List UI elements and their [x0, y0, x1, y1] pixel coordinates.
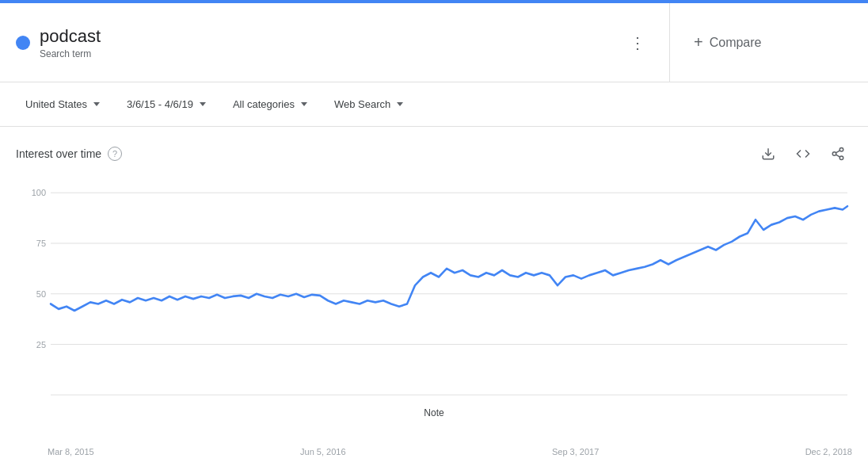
svg-line-5: [836, 151, 839, 153]
search-term-section: podcast Search term ⋮: [0, 3, 670, 82]
chart-actions: [754, 139, 852, 168]
compare-section[interactable]: + Compare: [670, 3, 868, 82]
x-axis-labels: Mar 8, 2015 Jun 5, 2016 Sep 3, 2017 Dec …: [16, 447, 852, 456]
chart-container: 100 75 50 25 Note: [16, 176, 852, 445]
chart-title: Interest over time: [16, 147, 101, 160]
x-label-2: Jun 5, 2016: [300, 447, 346, 456]
svg-point-2: [832, 152, 836, 156]
svg-point-3: [839, 156, 843, 160]
svg-point-1: [839, 148, 843, 152]
compare-label: Compare: [710, 36, 762, 50]
chart-section: Interest over time ?: [0, 127, 868, 464]
svg-text:50: 50: [36, 289, 46, 299]
search-term-text: podcast Search term: [40, 26, 612, 59]
search-type-filter[interactable]: Web Search: [325, 94, 413, 115]
help-icon[interactable]: ?: [108, 147, 122, 161]
x-label-1: Mar 8, 2015: [48, 447, 94, 456]
search-term-label: Search term: [40, 48, 612, 59]
search-term-name: podcast: [40, 26, 612, 47]
svg-text:100: 100: [32, 188, 46, 197]
chart-header: Interest over time ?: [16, 139, 852, 168]
svg-text:25: 25: [36, 339, 46, 349]
x-label-3: Sep 3, 2017: [552, 447, 599, 456]
categories-chevron-icon: [301, 102, 307, 106]
region-filter[interactable]: United States: [16, 94, 109, 115]
download-button[interactable]: [754, 139, 782, 168]
filters-row: United States 3/6/15 - 4/6/19 All catego…: [0, 82, 868, 127]
svg-line-4: [836, 155, 839, 157]
header: podcast Search term ⋮ + Compare: [0, 3, 868, 82]
share-button[interactable]: [824, 139, 852, 168]
more-options-button[interactable]: ⋮: [622, 27, 653, 59]
categories-filter[interactable]: All categories: [223, 94, 317, 115]
date-filter[interactable]: 3/6/15 - 4/6/19: [117, 94, 215, 115]
date-chevron-icon: [200, 102, 206, 106]
term-indicator-dot: [16, 36, 30, 50]
interest-chart: 100 75 50 25 Note: [16, 176, 852, 445]
svg-text:75: 75: [36, 239, 46, 248]
date-label: 3/6/15 - 4/6/19: [127, 98, 193, 110]
chart-title-area: Interest over time ?: [16, 147, 122, 161]
region-label: United States: [25, 98, 87, 110]
svg-text:Note: Note: [424, 407, 444, 418]
plus-icon: +: [694, 33, 703, 52]
search-type-chevron-icon: [397, 102, 403, 106]
categories-label: All categories: [233, 98, 295, 110]
embed-button[interactable]: [789, 139, 817, 168]
search-type-label: Web Search: [334, 98, 390, 110]
region-chevron-icon: [93, 102, 100, 106]
x-label-4: Dec 2, 2018: [805, 447, 852, 456]
